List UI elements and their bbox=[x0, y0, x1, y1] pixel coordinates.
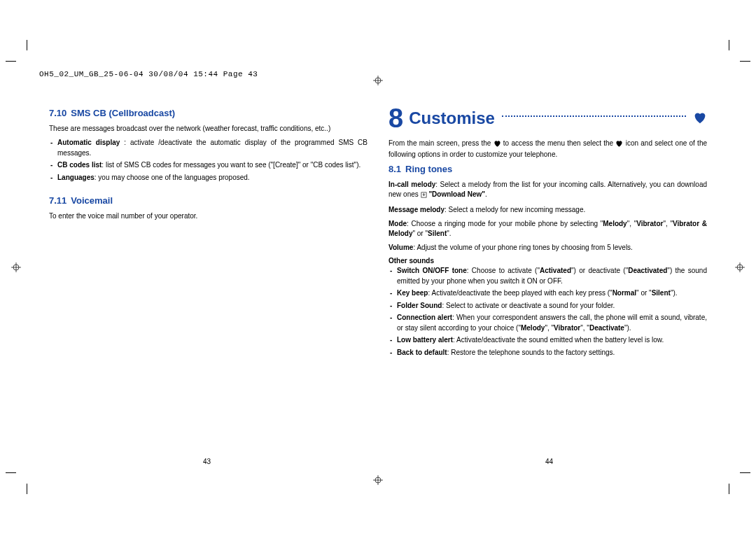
list-item: Switch ON/OFF tone: Choose to activate (… bbox=[388, 266, 707, 286]
list-item: Low battery alert: Activate/deactivate t… bbox=[388, 335, 707, 346]
chapter-number: 8 bbox=[388, 105, 403, 132]
body-text: Mode: Choose a ringing mode for your mob… bbox=[388, 219, 707, 239]
page-spread: 7.10SMS CB (Cellbroadcast) These are mes… bbox=[49, 105, 707, 360]
section-heading: 7.11Voicemail bbox=[49, 195, 368, 206]
list-item: Folder Sound: Select to activate or deac… bbox=[388, 301, 707, 311]
download-icon bbox=[421, 191, 427, 201]
bullet-list: Automatic display : activate /deactivate… bbox=[49, 138, 368, 183]
section-number: 8.1 bbox=[388, 164, 401, 174]
chapter-heading: 8 Customise bbox=[388, 105, 707, 132]
heart-icon bbox=[493, 140, 501, 150]
section-number: 7.10 bbox=[49, 108, 66, 118]
section-number: 7.11 bbox=[49, 195, 66, 206]
chapter-title: Customise bbox=[409, 110, 495, 127]
body-text: Message melody: Select a melody for new … bbox=[388, 205, 707, 215]
registration-mark-icon bbox=[373, 475, 383, 485]
page-number-right: 44 bbox=[545, 458, 553, 465]
section-intro: These are messages broadcast over the ne… bbox=[49, 124, 368, 134]
sub-heading: Other sounds bbox=[388, 257, 707, 265]
page-header-meta: OH5_02_UM_GB_25-06-04 30/08/04 15:44 Pag… bbox=[39, 70, 258, 78]
page-number-left: 43 bbox=[203, 458, 211, 465]
heart-icon bbox=[615, 140, 623, 150]
leader-dots bbox=[502, 115, 686, 117]
bullet-list: Switch ON/OFF tone: Choose to activate (… bbox=[388, 266, 707, 358]
right-page: 8 Customise From the main screen, press … bbox=[388, 105, 707, 360]
body-text: To enter the voice mail number of your o… bbox=[49, 211, 368, 221]
body-text: In-call melody: Select a melody from the… bbox=[388, 180, 707, 201]
heart-icon bbox=[693, 111, 707, 125]
list-item: Languages: you may choose one of the lan… bbox=[49, 173, 368, 183]
list-item: Connection alert: When your corresponden… bbox=[388, 313, 707, 333]
registration-mark-icon bbox=[11, 262, 21, 272]
section-title: Voicemail bbox=[71, 195, 113, 206]
registration-mark-icon bbox=[735, 262, 745, 272]
list-item: CB codes list: list of SMS CB codes for … bbox=[49, 160, 368, 171]
chapter-intro: From the main screen, press the to acces… bbox=[388, 139, 707, 160]
list-item: Automatic display : activate /deactivate… bbox=[49, 138, 368, 158]
section-heading: 7.10SMS CB (Cellbroadcast) bbox=[49, 108, 368, 118]
section-title: SMS CB (Cellbroadcast) bbox=[71, 108, 175, 118]
list-item: Back to default: Restore the telephone s… bbox=[388, 348, 707, 358]
section-heading: 8.1Ring tones bbox=[388, 164, 707, 174]
section-title: Ring tones bbox=[405, 164, 452, 174]
list-item: Key beep: Activate/deactivate the beep p… bbox=[388, 288, 707, 299]
left-page: 7.10SMS CB (Cellbroadcast) These are mes… bbox=[49, 105, 368, 360]
registration-mark-icon bbox=[373, 76, 383, 85]
body-text: Volume: Adjust the volume of your phone … bbox=[388, 243, 707, 253]
